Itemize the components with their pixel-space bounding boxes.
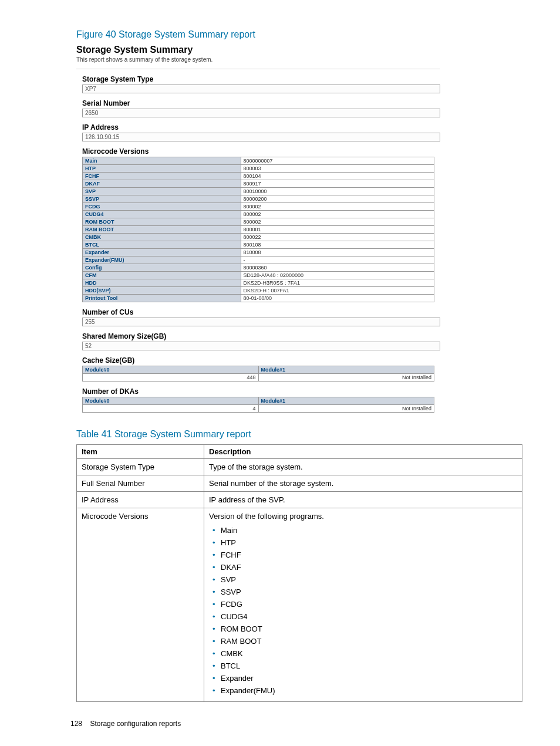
list-item: CUDG4 [221,610,517,623]
col-item: Item [77,445,204,459]
report-heading: Storage System Summary [76,45,440,55]
cache-size-table: Module#0Module#1 448Not Installed [82,366,434,382]
table-row: FCHF800104 [83,173,434,180]
microcode-table: Main8000000007HTP800003FCHF800104DKAF800… [82,157,434,302]
table-row: ROM BOOT800002 [83,218,434,226]
table-row: Config80000360 [83,264,434,272]
ip-address-label: IP Address [82,123,440,131]
table-row: HTP800003 [83,165,434,173]
list-item: ROM BOOT [221,623,517,635]
divider [76,69,440,69]
table-row: BTCL800108 [83,241,434,249]
list-item: Expander(FMU) [221,684,517,697]
table-row: RAM BOOT800001 [83,226,434,234]
cus-value: 255 [82,318,440,326]
dkas-table: Module#0Module#1 4Not Installed [82,397,434,413]
storage-type-value: XP7 [82,85,440,93]
page-footer: 128 Storage configuration reports [70,720,525,728]
table-row: Main8000000007 [83,157,434,165]
table-row: Printout Tool80-01-00/00 [83,295,434,302]
col-description: Description [204,445,522,459]
storage-type-label: Storage System Type [82,75,440,83]
table-row: HDD(SVP)DKS2D-H : 007FA1 [83,287,434,295]
table-row: Expander(FMU)- [83,256,434,264]
description-table: Item Description Storage System Type Typ… [76,444,522,702]
report-subtitle: This report shows a summary of the stora… [76,56,440,63]
ip-address-value: 126.10.90.15 [82,133,440,141]
list-item: BTCL [221,660,517,672]
shared-memory-value: 52 [82,342,440,350]
table-row: Storage System Type Type of the storage … [77,459,522,475]
list-item: Expander [221,672,517,684]
shared-memory-label: Shared Memory Size(GB) [82,332,440,340]
table-row: HDDDKS2D-H3R0SS : 7FA1 [83,279,434,287]
cache-size-label: Cache Size(GB) [82,356,440,364]
table-row: DKAF800917 [83,180,434,188]
list-item: SSVP [221,586,517,598]
table-row: CMBK800022 [83,234,434,241]
table-row: SVP80010000 [83,188,434,195]
microcode-bullets: MainHTPFCHFDKAFSVPSSVPFCDGCUDG4ROM BOOTR… [209,524,517,697]
table-title: Table 41 Storage System Summary report [76,429,525,440]
serial-number-value: 2650 [82,109,440,117]
cus-label: Number of CUs [82,308,440,316]
list-item: DKAF [221,561,517,573]
microcode-label: Microcode Versions [82,147,440,156]
list-item: CMBK [221,647,517,660]
table-row: Microcode Versions Version of the follow… [77,508,522,702]
table-row: IP Address IP address of the SVP. [77,492,522,508]
table-row: Expander810008 [83,249,434,256]
figure-title: Figure 40 Storage System Summary report [76,29,525,40]
list-item: HTP [221,536,517,549]
dkas-label: Number of DKAs [82,387,440,396]
table-row: CUDG4800002 [83,211,434,218]
page-number: 128 [70,720,82,728]
list-item: FCDG [221,598,517,610]
list-item: FCHF [221,549,517,561]
list-item: SVP [221,573,517,586]
list-item: RAM BOOT [221,635,517,647]
table-row: CFMSD128-A/A40 : 02000000 [83,272,434,279]
table-row: SSVP80000200 [83,195,434,203]
serial-number-label: Serial Number [82,99,440,107]
table-row: FCDG800002 [83,203,434,211]
list-item: Main [221,524,517,536]
report-screenshot: Storage System Summary This report shows… [76,45,440,413]
footer-text: Storage configuration reports [90,720,181,728]
table-row: Full Serial Number Serial number of the … [77,475,522,492]
